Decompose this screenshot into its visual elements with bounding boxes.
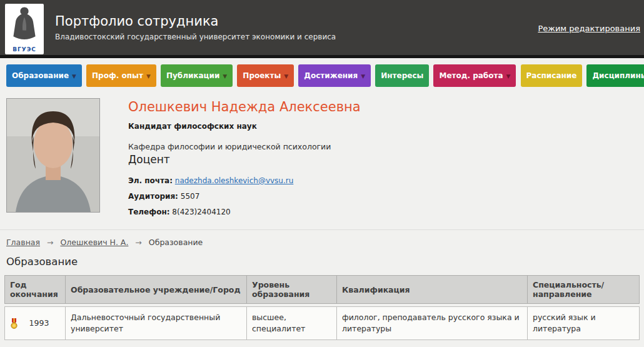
nav-item-disciplines[interactable]: Дисциплины▼	[586, 64, 644, 87]
cell-level: высшее, специалитет	[247, 306, 337, 340]
phone-row: Телефон: 8(423)2404120	[128, 208, 638, 216]
room-value: 5507	[181, 192, 200, 201]
col-header-specialty: Специальность/ направление	[528, 275, 640, 304]
nav-item-achievements[interactable]: Достижения▼	[298, 64, 371, 87]
phone-value: 8(423)2404120	[172, 208, 230, 216]
nav-item-label: Образование	[12, 71, 69, 80]
page-subtitle: Владивостокский государственный универси…	[55, 33, 336, 41]
profile-photo	[6, 98, 100, 213]
cell-institution: Дальневосточный государственный универси…	[66, 306, 247, 340]
dropdown-arrow-icon: ▼	[506, 73, 511, 79]
nav-item-experience[interactable]: Проф. опыт▼	[86, 64, 156, 87]
breadcrumb-current: Образование	[149, 238, 203, 247]
nav-item-projects[interactable]: Проекты▼	[237, 64, 294, 87]
col-header-institution: Образовательное учреждение/Город	[66, 275, 247, 304]
email-link[interactable]: nadezhda.oleshkevich@vvsu.ru	[175, 176, 294, 185]
dropdown-arrow-icon: ▼	[284, 73, 288, 79]
breadcrumb-employee-link[interactable]: Олешкевич Н. А.	[60, 238, 128, 247]
main-navigation: Образование▼ Проф. опыт▼ Публикации▼ Про…	[0, 58, 644, 91]
statue-logo-icon	[11, 6, 38, 42]
nav-item-schedule[interactable]: Расписание▼	[521, 64, 583, 87]
breadcrumb-home-link[interactable]: Главная	[6, 238, 40, 247]
breadcrumb-arrow-icon: →	[135, 238, 141, 247]
verified-medal-icon	[10, 318, 18, 329]
department: Кафедра философии и юридической психолог…	[128, 142, 638, 151]
table-header-row: Год окончания Образовательное учреждение…	[4, 275, 640, 304]
nav-item-label: Публикации	[166, 71, 219, 80]
edit-mode-link[interactable]: Режим редактирования	[538, 24, 640, 33]
nav-item-label: Интересы	[381, 71, 423, 80]
site-header: ВГУЭС Портфолио сотрудника Владивостокск…	[0, 0, 644, 58]
nav-item-label: Достижения	[304, 71, 358, 80]
logo-text: ВГУЭС	[13, 46, 36, 53]
nav-item-label: Дисциплины	[592, 71, 644, 80]
university-logo[interactable]: ВГУЭС	[5, 4, 44, 54]
nav-item-label: Проекты	[243, 71, 281, 80]
breadcrumb-arrow-icon: →	[47, 238, 53, 247]
table-row: 1993 Дальневосточный государственный уни…	[4, 306, 640, 340]
year-value: 1993	[29, 318, 49, 329]
nav-item-label: Проф. опыт	[92, 71, 143, 80]
position: Доцент	[128, 153, 638, 166]
dropdown-arrow-icon: ▼	[361, 73, 365, 79]
email-row: Эл. почта: nadezhda.oleshkevich@vvsu.ru	[128, 176, 638, 185]
col-header-year: Год окончания	[4, 275, 66, 304]
col-header-level: Уровень образования	[247, 275, 337, 304]
cell-specialty: русский язык и литература	[528, 306, 640, 340]
nav-item-method-work[interactable]: Метод. работа▼	[433, 64, 516, 87]
room-label: Аудитория:	[128, 192, 178, 201]
page-title: Портфолио сотрудника	[55, 14, 218, 29]
employee-name: Олешкевич Надежда Алексеевна	[128, 99, 638, 114]
profile-section: Олешкевич Надежда Алексеевна Кандидат фи…	[0, 91, 644, 223]
dropdown-arrow-icon: ▼	[146, 73, 151, 79]
nav-item-publications[interactable]: Публикации▼	[161, 64, 233, 87]
nav-item-interests[interactable]: Интересы▼	[375, 64, 429, 87]
phone-label: Телефон:	[128, 208, 170, 216]
section-title: Образование	[0, 249, 644, 273]
dropdown-arrow-icon: ▼	[223, 73, 227, 79]
nav-item-label: Метод. работа	[439, 71, 503, 80]
breadcrumb: Главная → Олешкевич Н. А. → Образование	[0, 230, 644, 249]
room-row: Аудитория: 5507	[128, 192, 638, 201]
verified-legend: — Подтверждено ВГУЭС	[0, 343, 644, 347]
nav-item-label: Расписание	[526, 71, 577, 80]
nav-item-education[interactable]: Образование▼	[6, 64, 82, 87]
cell-year: 1993	[4, 306, 66, 340]
dropdown-arrow-icon: ▼	[72, 73, 76, 79]
education-table: Год окончания Образовательное учреждение…	[4, 273, 640, 343]
col-header-qualification: Квалификация	[337, 275, 528, 304]
cell-qualification: филолог, преподаватель русского языка и …	[337, 306, 528, 340]
email-label: Эл. почта:	[128, 176, 173, 185]
academic-degree: Кандидат философских наук	[128, 122, 638, 131]
